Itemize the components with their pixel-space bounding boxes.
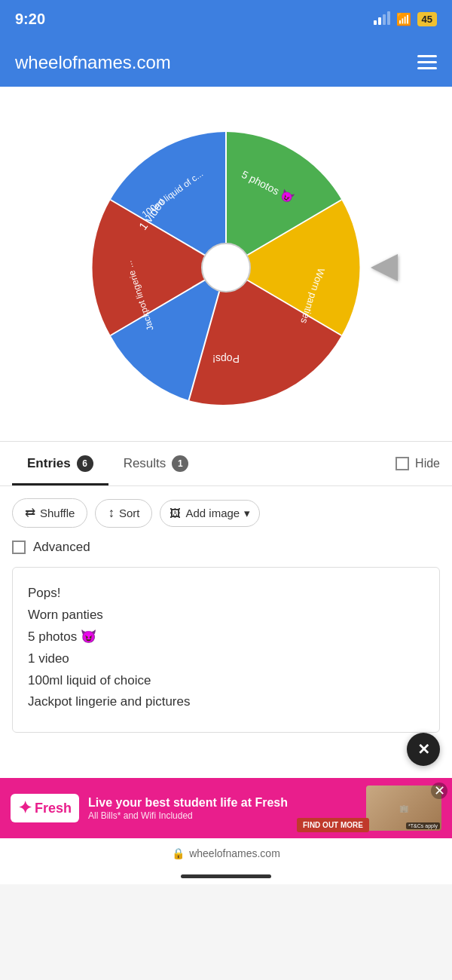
tab-entries[interactable]: Entries 6 [12, 442, 108, 485]
tabs-row: Entries 6 Results 1 Hide [0, 442, 452, 486]
app-header: wheelofnames.com [0, 38, 452, 87]
toolbar: ⇄ Shuffle ↕ Sort 🖼 Add image ▾ [0, 486, 452, 540]
shuffle-button[interactable]: ⇄ Shuffle [12, 498, 87, 528]
ad-image: 🏢 *T&Cs apply [366, 786, 441, 831]
entry-line-2: Worn panties [28, 605, 424, 626]
wheel-pointer [371, 254, 398, 281]
sort-icon: ↕ [108, 506, 115, 521]
entry-line-3: 5 photos 😈 [28, 626, 424, 648]
status-time: 9:20 [15, 11, 45, 28]
signal-icon [374, 13, 390, 25]
advanced-checkbox[interactable] [12, 541, 26, 554]
tabs-section: Entries 6 Results 1 Hide ⇄ Shuffle ↕ Sor… [0, 441, 452, 778]
sort-label: Sort [119, 507, 140, 519]
image-icon: 🖼 [170, 507, 181, 519]
wifi-icon: 📶 [396, 12, 411, 26]
hide-label: Hide [415, 457, 440, 470]
site-title: wheelofnames.com [15, 52, 171, 73]
shuffle-label: Shuffle [40, 507, 75, 519]
ad-logo: ✦ Fresh [11, 794, 79, 822]
status-icons: 📶 45 [374, 12, 437, 26]
home-bar [181, 874, 271, 878]
dropdown-chevron-icon: ▾ [244, 507, 250, 520]
entry-line-4: 1 video [28, 648, 424, 670]
entry-line-5: 100ml liquid of choice [28, 670, 424, 692]
hide-section[interactable]: Hide [396, 457, 440, 470]
tab-results[interactable]: Results 1 [108, 442, 204, 485]
entries-textarea[interactable]: Pops! Worn panties 5 photos 😈 1 video 10… [12, 567, 440, 733]
entry-line-6: Jackpot lingerie and pictures [28, 691, 424, 713]
add-image-label: Add image [185, 507, 240, 519]
entries-wrapper: Pops! Worn panties 5 photos 😈 1 video 10… [0, 567, 452, 778]
sort-button[interactable]: ↕ Sort [95, 499, 152, 528]
entries-count-badge: 6 [77, 455, 93, 472]
add-image-button[interactable]: 🖼 Add image ▾ [160, 500, 260, 527]
status-bar: 9:20 📶 45 [0, 0, 452, 38]
lock-icon: 🔒 [172, 847, 185, 859]
tab-entries-label: Entries [27, 456, 71, 471]
ad-cta-label: FIND OUT MORE [303, 821, 363, 829]
hide-checkbox[interactable] [396, 457, 409, 470]
ad-brand: Fresh [35, 801, 72, 816]
ad-cta-button[interactable]: FIND OUT MORE [297, 818, 369, 832]
shuffle-icon: ⇄ [25, 505, 35, 521]
advanced-row: Advanced [0, 540, 452, 567]
ad-disclaimer: *T&Cs apply [406, 822, 440, 829]
page-footer: 🔒 wheelofnames.com [0, 838, 452, 868]
label-pops: Pops! [212, 353, 240, 365]
ad-headline: Live your best student life at Fresh [88, 795, 357, 811]
entry-line-1: Pops! [28, 583, 424, 605]
wheel-container[interactable]: 1 video 5 photos 😈 Worn panties Pops! Ja… [68, 109, 384, 426]
close-fab-button[interactable]: ✕ [407, 733, 440, 766]
results-count-badge: 1 [172, 455, 188, 472]
footer-url: wheelofnames.com [189, 847, 280, 859]
menu-button[interactable] [417, 55, 437, 69]
tab-results-label: Results [124, 456, 166, 471]
ad-banner: ✦ Fresh Live your best student life at F… [0, 778, 452, 838]
battery-indicator: 45 [417, 12, 437, 26]
wheel-center [202, 243, 250, 292]
wheel-section: 1 video 5 photos 😈 Worn panties Pops! Ja… [0, 87, 452, 441]
wheel-svg[interactable]: 1 video 5 photos 😈 Worn panties Pops! Ja… [68, 109, 384, 426]
home-indicator [0, 868, 452, 884]
ad-close-button[interactable]: ✕ [431, 782, 447, 799]
advanced-label: Advanced [33, 540, 90, 555]
